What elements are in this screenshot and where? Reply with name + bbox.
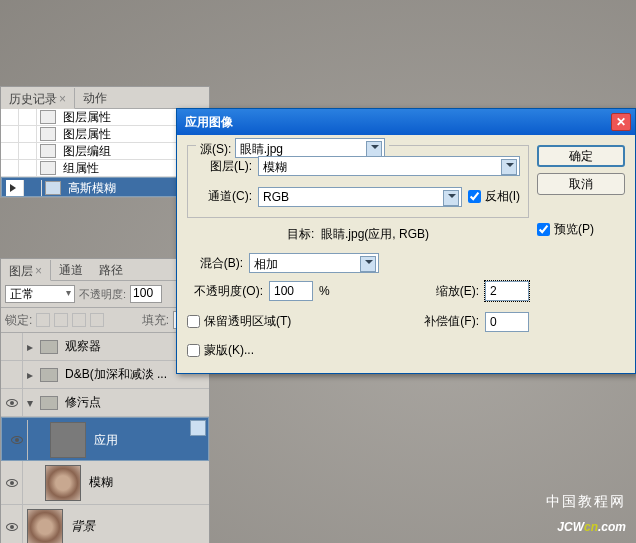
fill-label: 填充: (142, 312, 169, 329)
layer-select[interactable]: 模糊 (258, 156, 520, 176)
eye-icon (11, 436, 23, 444)
percent-label: % (319, 284, 330, 298)
dialog-titlebar[interactable]: 应用图像 ✕ (177, 109, 635, 135)
layer-thumb (45, 465, 81, 501)
channel-select[interactable]: RGB (258, 187, 462, 207)
watermark: 中国教程网 JCWcn.com (546, 493, 626, 537)
tab-history[interactable]: 历史记录× (1, 88, 75, 109)
layer-label: 应用 (90, 432, 118, 449)
page-icon (40, 144, 56, 158)
target-row: 目标: 眼睛.jpg(应用, RGB) (187, 226, 529, 243)
tab-channels[interactable]: 通道 (51, 259, 91, 280)
blend-field-label: 混合(B): (187, 255, 243, 272)
visibility-toggle[interactable] (1, 333, 23, 360)
ok-button[interactable]: 确定 (537, 145, 625, 167)
tab-paths[interactable]: 路径 (91, 259, 131, 280)
target-value: 眼睛.jpg(应用, RGB) (321, 227, 429, 241)
page-icon (40, 161, 56, 175)
history-label: 图层属性 (59, 126, 111, 143)
lock-pixels-icon[interactable] (54, 313, 68, 327)
history-label: 组属性 (59, 160, 99, 177)
page-icon (40, 110, 56, 124)
tab-layers[interactable]: 图层× (1, 260, 51, 281)
expand-icon[interactable]: ▸ (23, 340, 37, 354)
dialog-title: 应用图像 (185, 114, 611, 131)
cancel-button[interactable]: 取消 (537, 173, 625, 195)
mask-checkbox[interactable]: 蒙版(K)... (187, 342, 529, 359)
blend-select[interactable]: 相加 (249, 253, 379, 273)
history-label: 图层编组 (59, 143, 111, 160)
lock-label: 锁定: (5, 312, 32, 329)
source-legend: 源(S): 眼睛.jpg (196, 138, 389, 158)
close-icon[interactable]: × (59, 92, 66, 106)
scale-input[interactable]: 2 (485, 281, 529, 301)
close-button[interactable]: ✕ (611, 113, 631, 131)
play-icon (10, 184, 20, 192)
layer-apply[interactable]: 应用 (1, 417, 209, 461)
source-fieldset: 源(S): 眼睛.jpg 图层(L): 模糊 通道(C): RGB 反相(I) (187, 145, 529, 218)
tab-layers-label: 图层 (9, 264, 33, 278)
folder-icon (40, 340, 58, 354)
history-tabs: 历史记录× 动作 (1, 87, 209, 109)
layer-group-repair[interactable]: ▾ 修污点 (1, 389, 209, 417)
lock-position-icon[interactable] (72, 313, 86, 327)
layer-label: 观察器 (61, 338, 101, 355)
tab-history-label: 历史记录 (9, 92, 57, 106)
layer-label: 背景 (67, 518, 95, 535)
close-icon[interactable]: × (35, 264, 42, 278)
visibility-toggle[interactable] (1, 461, 23, 504)
expand-icon[interactable]: ▸ (23, 368, 37, 382)
page-icon (40, 127, 56, 141)
channel-field-label: 通道(C): (196, 188, 252, 205)
source-select[interactable]: 眼睛.jpg (235, 138, 385, 158)
tab-actions[interactable]: 动作 (75, 87, 115, 108)
invert-check-input[interactable] (468, 190, 481, 203)
preview-check-input[interactable] (537, 223, 550, 236)
collapse-icon[interactable]: ▾ (23, 396, 37, 410)
visibility-toggle[interactable] (6, 420, 28, 460)
opacity-input[interactable]: 100 (269, 281, 313, 301)
history-label: 高斯模糊 (64, 180, 116, 197)
visibility-toggle[interactable] (1, 505, 23, 543)
lock-transparent-icon[interactable] (36, 313, 50, 327)
invert-checkbox[interactable]: 反相(I) (468, 188, 520, 205)
layer-field-label: 图层(L): (196, 158, 252, 175)
lock-all-icon[interactable] (90, 313, 104, 327)
preserve-check-input[interactable] (187, 315, 200, 328)
opacity-label: 不透明度: (79, 287, 126, 302)
eye-icon (6, 523, 18, 531)
watermark-line2: JCWcn.com (546, 511, 626, 537)
preview-checkbox[interactable]: 预览(P) (537, 221, 625, 238)
target-label: 目标: (287, 227, 314, 241)
scale-field-label: 缩放(E): (436, 283, 479, 300)
folder-icon (40, 368, 58, 382)
offset-input[interactable]: 0 (485, 312, 529, 332)
layer-label: D&B(加深和减淡 ... (61, 366, 167, 383)
watermark-line1: 中国教程网 (546, 493, 626, 511)
layer-label: 修污点 (61, 394, 101, 411)
layer-background[interactable]: 背景 (1, 505, 209, 543)
opacity-field-label: 不透明度(O): (187, 283, 263, 300)
layer-label: 模糊 (85, 474, 113, 491)
mask-check-input[interactable] (187, 344, 200, 357)
layer-blur[interactable]: 模糊 (1, 461, 209, 505)
visibility-toggle[interactable] (1, 389, 23, 416)
offset-field-label: 补偿值(F): (424, 313, 479, 330)
page-icon (45, 181, 61, 195)
visibility-toggle[interactable] (1, 361, 23, 388)
blend-mode-select[interactable]: 正常 (5, 285, 75, 303)
history-label: 图层属性 (59, 109, 111, 126)
layer-thumb (50, 422, 86, 458)
folder-icon (40, 396, 58, 410)
apply-image-dialog: 应用图像 ✕ 源(S): 眼睛.jpg 图层(L): 模糊 通道(C): RGB… (176, 108, 636, 374)
opacity-input[interactable]: 100 (130, 285, 162, 303)
eye-icon (6, 399, 18, 407)
eye-icon (6, 479, 18, 487)
layer-thumb (27, 509, 63, 544)
preserve-transparency-checkbox[interactable]: 保留透明区域(T) (187, 313, 291, 330)
